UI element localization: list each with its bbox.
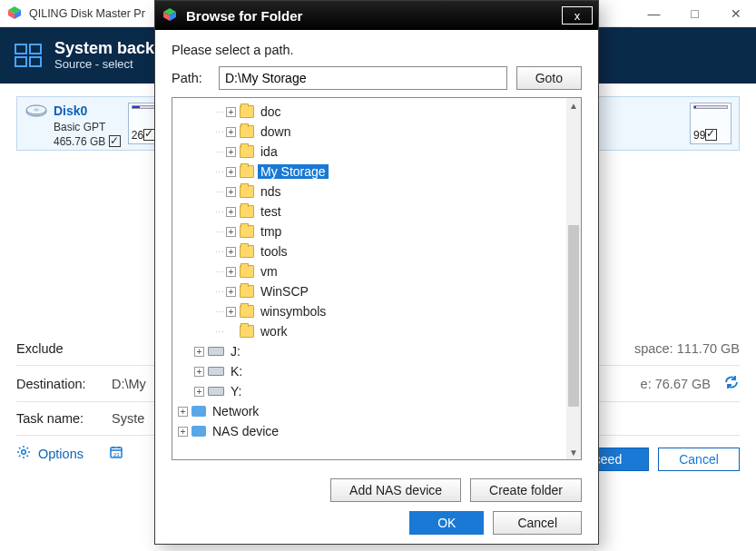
tree-folder[interactable]: ⋯+WinSCP: [178, 281, 566, 301]
expand-icon[interactable]: +: [226, 207, 236, 217]
scroll-down-icon[interactable]: ▼: [566, 445, 581, 459]
tree-item-label: vm: [258, 264, 280, 279]
tree-item-label: test: [258, 204, 284, 219]
tree-item-label: winsymbols: [258, 304, 329, 319]
window-maximize-button[interactable]: □: [674, 0, 715, 27]
folder-icon: [240, 185, 254, 198]
svg-point-10: [22, 450, 26, 455]
add-nas-button[interactable]: Add NAS device: [330, 478, 461, 502]
dialog-cancel-button[interactable]: Cancel: [493, 511, 582, 535]
scroll-thumb[interactable]: [568, 225, 579, 407]
expand-icon[interactable]: +: [226, 167, 236, 177]
tree-folder[interactable]: ⋯+doc: [178, 102, 566, 122]
tree-folder[interactable]: ⋯+vm: [178, 261, 566, 281]
disk-type: Basic GPT: [54, 120, 121, 134]
partition-right[interactable]: 99: [690, 103, 731, 144]
expand-icon[interactable]: +: [194, 387, 204, 397]
dialog-titlebar[interactable]: Browse for Folder x: [155, 1, 598, 30]
tree-folder[interactable]: ⋯+ida: [178, 142, 566, 162]
schedule-icon[interactable]: 23: [109, 445, 123, 462]
expand-icon[interactable]: +: [226, 107, 236, 117]
tree-drive[interactable]: +J:: [178, 341, 566, 361]
tree-item-label: tmp: [258, 224, 284, 239]
path-input[interactable]: [219, 66, 507, 90]
folder-icon: [240, 205, 254, 218]
tree-item-label: Network: [210, 404, 261, 418]
tree-folder[interactable]: ⋯+tmp: [178, 221, 566, 241]
taskname-value: Syste: [112, 411, 144, 426]
window-close-button[interactable]: ✕: [715, 0, 756, 27]
expand-icon[interactable]: +: [226, 127, 236, 137]
dialog-ok-button[interactable]: OK: [409, 511, 484, 535]
expand-icon[interactable]: +: [194, 367, 204, 377]
folder-icon: [240, 285, 254, 298]
tree-item-label: down: [258, 124, 293, 139]
dialog-close-button[interactable]: x: [562, 6, 593, 25]
drive-icon: [208, 367, 224, 376]
tree-folder[interactable]: ⋯+My Storage: [178, 162, 566, 182]
path-label: Path:: [172, 71, 210, 85]
network-icon: [191, 406, 206, 417]
app-title: QILING Disk Master Pr: [29, 7, 145, 20]
options-gear-icon[interactable]: [16, 445, 31, 462]
expand-icon[interactable]: +: [226, 307, 236, 317]
tree-item-label: doc: [258, 104, 284, 119]
tree-drive[interactable]: +K:: [178, 361, 566, 381]
disk-size: 465.76 GB: [54, 134, 121, 149]
expand-icon[interactable]: +: [226, 227, 236, 237]
tree-folder[interactable]: ⋯+test: [178, 202, 566, 221]
folder-icon: [240, 265, 254, 278]
tree-item-label: J:: [228, 344, 243, 359]
expand-icon[interactable]: +: [226, 247, 236, 257]
destination-value: D:\My: [112, 377, 146, 391]
disk-checkbox[interactable]: [109, 135, 121, 147]
tree-root[interactable]: +NAS device: [178, 421, 566, 441]
tree-item-label: NAS device: [210, 424, 281, 438]
svg-rect-6: [30, 57, 41, 66]
folder-icon: [240, 145, 254, 158]
svg-rect-3: [15, 44, 26, 54]
tree-folder[interactable]: ⋯work: [178, 321, 566, 341]
window-minimize-button[interactable]: —: [633, 0, 674, 27]
expand-icon[interactable]: +: [178, 407, 188, 417]
dialog-title: Browse for Folder: [186, 8, 302, 24]
expand-icon[interactable]: +: [194, 347, 204, 357]
expand-icon[interactable]: +: [178, 427, 188, 437]
folder-tree[interactable]: ⋯+doc⋯+down⋯+ida⋯+My Storage⋯+nds⋯+test⋯…: [172, 97, 582, 460]
drive-icon: [208, 387, 224, 396]
partition-right-checkbox[interactable]: [705, 129, 717, 141]
svg-rect-5: [15, 57, 26, 66]
tree-item-label: Y:: [228, 384, 244, 398]
tree-item-label: ida: [258, 144, 280, 159]
goto-button[interactable]: Goto: [516, 66, 582, 90]
disk-name: Disk0: [54, 103, 121, 120]
exclude-label: Exclude: [16, 341, 112, 356]
folder-icon: [240, 225, 254, 238]
tree-item-label: My Storage: [258, 164, 329, 179]
create-folder-button[interactable]: Create folder: [470, 478, 582, 502]
refresh-icon[interactable]: [723, 375, 740, 392]
tree-folder[interactable]: ⋯+nds: [178, 182, 566, 202]
tree-folder[interactable]: ⋯+winsymbols: [178, 301, 566, 321]
tree-item-label: work: [258, 324, 290, 339]
folder-icon: [240, 305, 254, 318]
expand-icon[interactable]: +: [226, 147, 236, 157]
expand-icon[interactable]: +: [226, 267, 236, 277]
app-logo-icon: [7, 5, 24, 22]
folder-icon: [240, 245, 254, 258]
tree-scrollbar[interactable]: ▲ ▼: [566, 98, 581, 459]
cancel-button[interactable]: Cancel: [658, 448, 740, 471]
tree-folder[interactable]: ⋯+tools: [178, 241, 566, 261]
folder-icon: [240, 325, 254, 338]
tree-root[interactable]: +Network: [178, 401, 566, 421]
svg-point-9: [34, 109, 39, 112]
svg-text:23: 23: [113, 452, 120, 458]
tree-item-label: WinSCP: [258, 284, 311, 299]
scroll-up-icon[interactable]: ▲: [566, 98, 581, 113]
expand-icon[interactable]: +: [226, 187, 236, 197]
expand-icon[interactable]: +: [226, 287, 236, 297]
options-link[interactable]: Options: [38, 447, 83, 461]
tree-folder[interactable]: ⋯+down: [178, 122, 566, 142]
tree-drive[interactable]: +Y:: [178, 381, 566, 401]
folder-icon: [240, 125, 254, 138]
